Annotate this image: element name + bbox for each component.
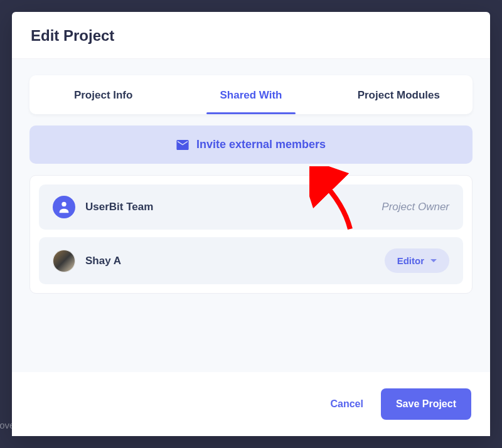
owner-role-label: Project Owner xyxy=(382,201,449,213)
cancel-button[interactable]: Cancel xyxy=(330,398,363,410)
tab-list: Project Info Shared With Project Modules xyxy=(29,75,473,114)
tab-shared-with[interactable]: Shared With xyxy=(177,75,324,114)
modal-body: Project Info Shared With Project Modules… xyxy=(12,59,490,372)
member-name: Shay A xyxy=(85,255,375,267)
mail-icon xyxy=(176,140,189,150)
role-label: Editor xyxy=(397,255,424,266)
modal-header: Edit Project xyxy=(12,12,490,59)
save-project-button[interactable]: Save Project xyxy=(381,388,471,420)
modal-title: Edit Project xyxy=(31,27,471,45)
invite-external-members-button[interactable]: Invite external members xyxy=(29,125,473,164)
edit-project-modal: Edit Project Project Info Shared With Pr… xyxy=(12,12,490,436)
member-row-owner: UserBit Team Project Owner xyxy=(39,184,463,230)
svg-point-0 xyxy=(61,202,66,206)
tab-project-info[interactable]: Project Info xyxy=(29,75,177,114)
modal-footer: Cancel Save Project xyxy=(12,372,490,436)
role-dropdown[interactable]: Editor xyxy=(385,248,449,273)
members-list: UserBit Team Project Owner Shay A Editor xyxy=(29,175,473,294)
member-row: Shay A Editor xyxy=(39,237,463,284)
user-avatar xyxy=(53,250,75,272)
team-avatar-icon xyxy=(53,196,75,218)
tab-project-modules[interactable]: Project Modules xyxy=(325,75,473,114)
invite-label: Invite external members xyxy=(196,138,326,151)
chevron-down-icon xyxy=(430,259,437,262)
member-name: UserBit Team xyxy=(85,201,371,213)
